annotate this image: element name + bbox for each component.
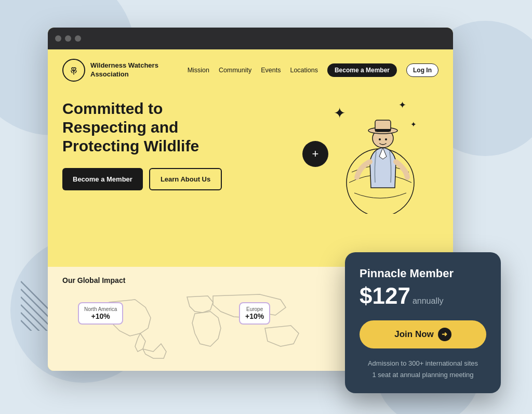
logo-text: Wilderness WatchersAssociation: [90, 61, 158, 79]
shield-plus-icon: +: [302, 141, 328, 167]
navigation: Wilderness WatchersAssociation Mission C…: [48, 49, 453, 89]
svg-point-12: [385, 138, 387, 140]
card-features: Admission to 300+ international sites 1 …: [360, 358, 486, 381]
world-map-svg: [94, 292, 332, 359]
price-row: $127 annually: [360, 284, 486, 310]
join-arrow-icon: ➜: [438, 328, 451, 341]
hero-headline: Committed to Respecting and Protecting W…: [62, 99, 229, 156]
svg-rect-10: [375, 129, 391, 132]
card-title: Pinnacle Member: [360, 267, 486, 280]
star-decoration-2: ✦: [398, 99, 406, 111]
hero-illustration: ✦ ✦ ✦ +: [266, 84, 453, 240]
traffic-light-maximize: [75, 35, 81, 42]
become-member-button[interactable]: Become a Member: [62, 168, 143, 190]
logo-icon: [62, 59, 85, 82]
nav-link-events[interactable]: Events: [261, 67, 281, 74]
card-price: $127: [360, 284, 410, 307]
character-scene: ✦ ✦ ✦ +: [292, 94, 427, 229]
nav-link-locations[interactable]: Locations: [290, 67, 318, 74]
member-card: Pinnacle Member $127 annually Join Now ➜…: [345, 252, 501, 393]
traffic-light-minimize: [65, 35, 71, 42]
card-price-period: annually: [413, 292, 444, 310]
north-america-badge: North America +10%: [78, 302, 123, 325]
svg-point-11: [379, 138, 381, 140]
nav-link-mission[interactable]: Mission: [188, 67, 209, 74]
join-now-button[interactable]: Join Now ➜: [360, 320, 486, 348]
nav-link-community[interactable]: Community: [219, 67, 251, 74]
learn-about-us-button[interactable]: Learn About Us: [149, 168, 222, 190]
logo-area: Wilderness WatchersAssociation: [62, 59, 158, 82]
nav-become-member-button[interactable]: Become a Member: [327, 63, 397, 77]
europe-badge: Europe +10%: [239, 302, 270, 325]
hero-section: Committed to Respecting and Protecting W…: [48, 89, 453, 267]
person-illustration: [328, 110, 422, 214]
nav-links: Mission Community Events Locations Becom…: [188, 63, 438, 77]
join-now-label: Join Now: [394, 329, 434, 340]
traffic-light-close: [55, 35, 61, 42]
browser-titlebar: [48, 28, 453, 49]
nav-login-button[interactable]: Log In: [406, 63, 438, 77]
card-feature-2: 1 seat at annual planning meeting: [360, 369, 486, 381]
card-feature-1: Admission to 300+ international sites: [360, 358, 486, 369]
